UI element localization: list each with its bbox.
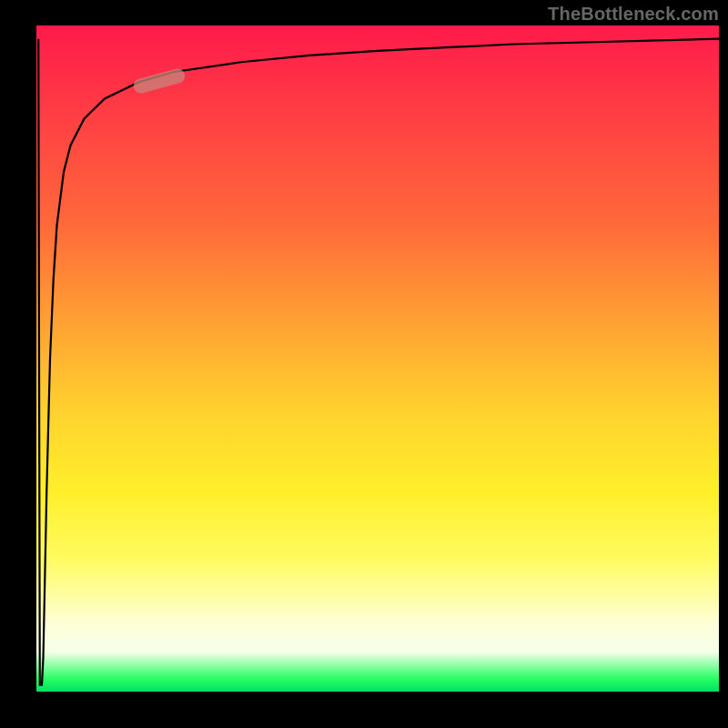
watermark-text: TheBottleneck.com [548,4,719,25]
plot-area [36,25,719,692]
chart-canvas: TheBottleneck.com [0,0,728,728]
curve-svg [36,25,719,692]
curve-line [38,39,719,685]
